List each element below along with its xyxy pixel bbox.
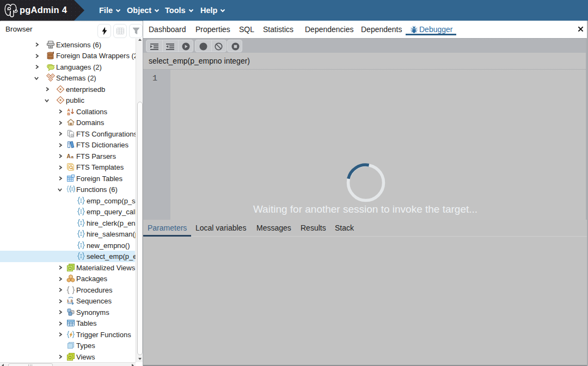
svg-text:a: a [71,154,74,159]
svg-text:A: A [67,153,71,159]
svg-text:B: B [68,111,71,116]
